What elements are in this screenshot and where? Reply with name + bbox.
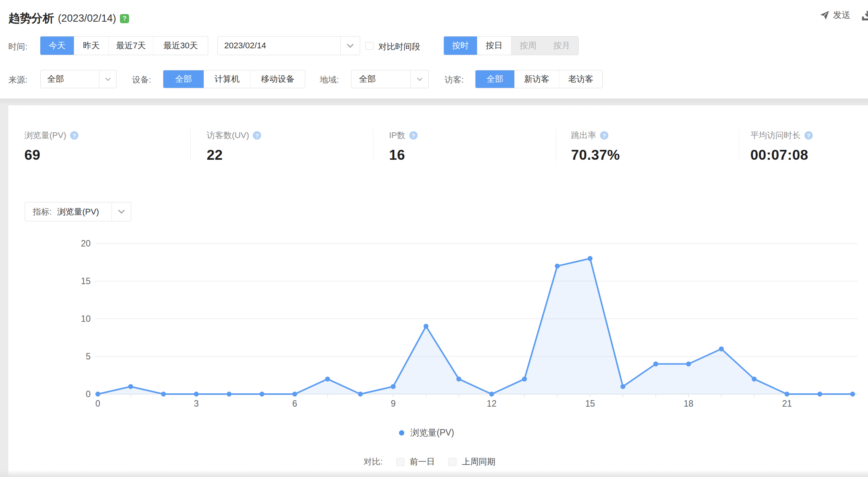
y-axis-label: 5 [86,351,91,361]
chart-point[interactable] [456,377,461,382]
page-background: 浏览量(PV) ? 69 访客数(UV) ? 22 IP数 ? 16 [0,99,868,477]
divider [556,129,556,161]
metric-uv: 访客数(UV) ? 22 [207,130,261,163]
source-dropdown-caret[interactable] [99,70,116,88]
metric-pv-value: 69 [24,147,78,163]
x-axis-label: 3 [194,399,199,409]
chart-legend[interactable]: 浏览量(PV) [399,427,454,439]
x-axis-label: 15 [585,399,595,409]
time-preset-group: 今天 昨天 最近7天 最近30天 [40,36,208,55]
device-all-button[interactable]: 全部 [163,70,204,88]
metric-ip: IP数 ? 16 [389,130,418,163]
device-mobile-button[interactable]: 移动设备 [250,70,305,88]
granularity-month-button: 按月 [545,37,578,55]
chevron-down-icon [347,44,354,48]
chart-point[interactable] [194,392,199,397]
chart-point[interactable] [719,347,724,351]
trend-chart-svg: 05101520036912151821 [8,228,868,430]
y-axis-label: 15 [81,276,91,286]
x-axis-label: 12 [487,399,497,409]
divider [190,129,191,161]
granularity-day-button[interactable]: 按日 [477,37,511,55]
y-axis-label: 10 [81,314,91,324]
last-week-checkbox[interactable] [448,458,456,466]
chart-point[interactable] [325,377,330,382]
metric-selector-value: 浏览量(PV) [57,206,99,218]
visitor-all-button[interactable]: 全部 [475,70,514,88]
compare-prev-day[interactable]: 前一日 [396,456,435,467]
metric-ip-label: IP数 [389,130,405,141]
prev-day-checkbox[interactable] [396,458,404,466]
chart-point[interactable] [391,384,396,389]
chart-point[interactable] [785,392,790,397]
metric-selector-caret[interactable] [112,202,131,221]
prev-day-label: 前一日 [410,456,435,467]
device-filter-label: 设备: [132,74,151,86]
preset-last7days-button[interactable]: 最近7天 [108,37,153,55]
chart-point[interactable] [292,392,297,397]
chart-point[interactable] [96,392,101,397]
region-dropdown-caret[interactable] [410,70,428,88]
source-filter-label: 来源: [8,74,27,86]
chart-point[interactable] [358,392,363,397]
metric-uv-value: 22 [207,147,261,163]
chart-point[interactable] [850,392,855,397]
preset-today-button[interactable]: 今天 [40,37,74,55]
x-axis-label: 9 [391,399,396,409]
chart-point[interactable] [817,392,822,397]
partial-download-icon[interactable] [862,10,868,21]
chart-point[interactable] [752,377,757,382]
send-button[interactable]: 发送 [820,9,850,21]
help-icon[interactable]: ? [120,14,129,23]
chart-point[interactable] [128,384,133,389]
chart-point[interactable] [555,264,560,269]
region-filter-label: 地域: [320,74,339,86]
date-picker-caret[interactable] [340,37,360,55]
chart-point[interactable] [260,392,265,397]
metric-duration-label: 平均访问时长 [750,130,801,141]
chart-point[interactable] [522,377,527,382]
y-axis-label: 0 [86,389,91,399]
device-computer-button[interactable]: 计算机 [204,70,250,88]
help-icon[interactable]: ? [600,131,608,140]
chevron-down-icon [118,210,125,214]
compare-last-week[interactable]: 上周同期 [448,456,495,467]
divider [739,129,739,161]
source-dropdown-value: 全部 [41,70,99,88]
chart-point[interactable] [686,361,691,366]
metric-pv: 浏览量(PV) ? 69 [24,130,78,163]
time-filter-label: 时间: [8,41,27,52]
source-dropdown[interactable]: 全部 [40,70,116,88]
help-icon[interactable]: ? [253,131,261,140]
preset-yesterday-button[interactable]: 昨天 [74,37,108,55]
metric-selector[interactable]: 指标: 浏览量(PV) [25,202,131,221]
x-axis-label: 0 [96,399,101,409]
paper-plane-icon [820,10,830,20]
chart-point[interactable] [424,324,429,329]
chart-point[interactable] [489,392,494,397]
region-dropdown[interactable]: 全部 [351,70,429,88]
chart-point[interactable] [161,392,166,397]
date-picker[interactable]: 2023/02/14 [217,36,360,55]
metric-ip-value: 16 [389,147,418,163]
visitor-returning-button[interactable]: 老访客 [559,70,602,88]
granularity-group: 按时 按日 按周 按月 [444,36,579,55]
granularity-hour-button[interactable]: 按时 [444,37,477,55]
stats-card: 浏览量(PV) ? 69 访客数(UV) ? 22 IP数 ? 16 [8,105,868,477]
compare-row: 对比: 前一日 上周同期 [364,456,509,467]
preset-last30days-button[interactable]: 最近30天 [153,37,208,55]
help-icon[interactable]: ? [804,131,813,140]
metric-bounce-value: 70.37% [571,147,620,163]
visitor-new-button[interactable]: 新访客 [514,70,559,88]
chart-point[interactable] [621,384,625,389]
chart-point[interactable] [653,361,658,366]
visitor-group: 全部 新访客 老访客 [475,70,603,88]
x-axis-label: 6 [292,399,297,409]
granularity-week-button: 按周 [511,37,545,55]
help-icon[interactable]: ? [409,131,418,140]
help-icon[interactable]: ? [70,131,78,140]
chart-point[interactable] [227,392,231,397]
compare-period-checkbox[interactable] [365,42,373,50]
metric-duration-value: 00:07:08 [750,147,813,163]
chart-point[interactable] [588,256,593,261]
